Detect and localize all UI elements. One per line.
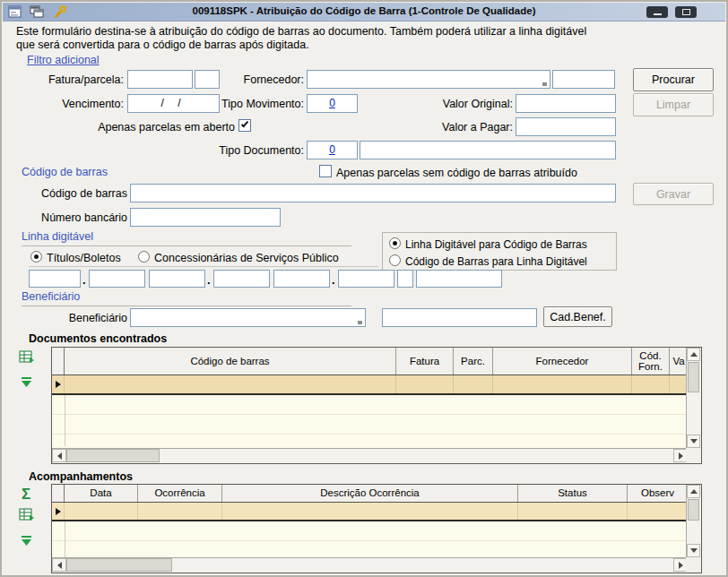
acompanhamentos-grid-header: Data Ocorrência Descrição Ocorrência Sta… [52,485,688,503]
linha-para-codigo-radio[interactable] [389,237,401,249]
goto-last-row-icon[interactable] [21,375,32,392]
cad-benef-button[interactable]: Cad.Benef. [543,306,612,327]
export-grid-icon[interactable] [19,349,35,367]
codigo-barras-input[interactable] [130,184,616,202]
scrollbar-corner [686,557,701,573]
linha-dot-separator: . [207,273,211,287]
linha-dot-separator: . [82,273,86,287]
check-icon [241,120,248,128]
linha-campo2-input[interactable] [89,270,145,288]
fornecedor-codigo-input[interactable] [552,70,615,89]
linha-campo4-input[interactable] [213,270,270,288]
scroll-down-button[interactable] [687,435,700,448]
titulos-boletos-radio[interactable] [30,251,42,263]
section-beneficiario-label: Beneficiário [22,290,80,303]
cell-ocorrencia [138,503,222,520]
gravar-button[interactable]: Gravar [633,183,714,205]
row-selector-cell[interactable] [52,503,65,520]
goto-last-row-icon[interactable] [21,534,32,550]
horizontal-scroll-thumb[interactable] [66,449,160,462]
maximize-button[interactable] [675,6,697,18]
column-header-ocorrencia[interactable]: Ocorrência [138,485,222,502]
scroll-up-button[interactable] [687,485,700,498]
scroll-up-icon [690,352,698,357]
scroll-left-icon [57,562,62,569]
column-header-codigo-barras[interactable]: Código de barras [65,348,396,375]
sum-sigma-icon[interactable]: Σ [22,487,30,502]
codigo-para-linha-radio[interactable] [389,254,401,266]
radio-selected-icon [34,254,39,259]
scroll-left-button[interactable] [52,449,66,462]
radio-selected-icon [393,241,397,245]
documentos-vertical-scrollbar[interactable] [686,348,701,448]
scroll-track[interactable] [172,558,673,573]
column-header-parc[interactable]: Parc. [454,348,493,375]
documentos-horizontal-scrollbar[interactable] [52,448,688,463]
minimize-button[interactable] [646,6,668,18]
linha-campo5-input[interactable] [273,270,330,288]
valor-pagar-label: Valor a Pagar: [421,121,513,133]
window-title: 009118SPK - Atribuição do Código de Barr… [3,5,725,16]
radio-group-divider [29,266,378,267]
export-grid-icon[interactable] [19,507,35,525]
linha-campo6-input[interactable] [338,270,394,288]
section-filtro-adicional: Filtro adicional [27,54,100,66]
conversion-direction-panel: Linha Digitável para Código de Barras Có… [382,232,617,271]
acompanhamentos-selected-row[interactable] [52,503,688,521]
vencimento-label: Vencimento: [20,98,124,110]
linha-campo3-input[interactable] [149,270,205,288]
concessionarias-radio[interactable] [138,251,150,263]
column-header-cod-forn[interactable]: Cód. Forn. [632,348,670,375]
acompanhamentos-horizontal-scrollbar[interactable] [52,557,688,573]
column-header-observacao[interactable]: Observ [628,485,688,502]
column-header-fatura[interactable]: Fatura [396,348,454,375]
horizontal-scroll-thumb[interactable] [66,558,172,572]
documentos-selected-row[interactable] [52,375,688,395]
linha-campo1-input[interactable] [29,270,81,288]
scroll-up-icon [690,489,698,494]
linha-valor-input[interactable] [416,270,502,288]
sem-codigo-checkbox[interactable] [319,165,332,177]
numero-bancario-input[interactable] [130,208,281,227]
scroll-up-button[interactable] [687,348,700,361]
cell-valor [670,375,688,393]
acompanhamentos-grid: Data Ocorrência Descrição Ocorrência Sta… [51,484,702,573]
column-header-valor[interactable]: Va [670,348,688,375]
documentos-grid-body[interactable] [52,395,688,446]
row-selector-cell[interactable] [52,375,65,393]
acompanhamentos-grid-body[interactable] [52,521,688,557]
limpar-button[interactable]: Limpar [633,93,714,116]
scroll-right-icon [679,562,683,569]
vertical-scroll-thumb[interactable] [688,362,699,392]
column-header-descricao[interactable]: Descrição Ocorrência [222,485,518,502]
scroll-down-button[interactable] [687,544,700,557]
column-header-data[interactable]: Data [65,485,138,502]
tipo-documento-input[interactable]: 0 [307,141,358,159]
codigo-barras-label: Código de barras [22,187,127,200]
tipo-documento-descricao-input[interactable] [360,141,616,159]
scroll-down-icon [690,439,698,444]
beneficiario-nome-input[interactable] [382,308,537,327]
fatura-input[interactable] [127,70,193,89]
linha-dv-input[interactable] [397,270,413,288]
apenas-abertas-checkbox[interactable] [238,119,251,132]
maximize-icon [682,9,690,15]
cell-status [518,503,628,520]
valor-pagar-input[interactable] [516,117,616,136]
scroll-track[interactable] [160,449,673,463]
vertical-scroll-thumb[interactable] [688,499,699,521]
fornecedor-input[interactable] [307,70,550,89]
column-header-fornecedor[interactable]: Fornecedor [493,348,632,375]
numero-bancario-label: Número bancário [22,211,127,224]
column-header-status[interactable]: Status [518,485,628,502]
valor-original-input[interactable] [516,94,616,113]
selector-column-divider [65,395,65,446]
scroll-left-button[interactable] [52,558,66,572]
beneficiario-input[interactable] [130,308,366,327]
lookup-marker-icon [542,82,547,86]
acompanhamentos-vertical-scrollbar[interactable] [686,485,701,557]
sem-codigo-label: Apenas parcelas sem código de barras atr… [336,167,577,179]
tipo-movimento-input[interactable]: 0 [307,94,358,113]
procurar-button[interactable]: Procurar [633,68,714,91]
form-description: Este formulário destina-se à atribuição … [16,25,586,52]
